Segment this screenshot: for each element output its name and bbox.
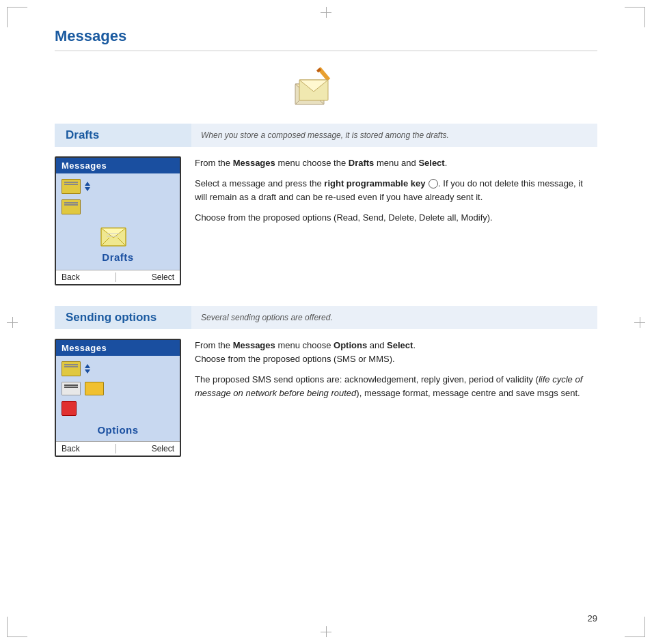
crosshair-top	[321, 7, 331, 18]
drafts-para1: From the Messages menu choose the Drafts…	[195, 156, 597, 170]
drafts-text-content: From the Messages menu choose the Drafts…	[195, 156, 597, 285]
messages-header-icon	[288, 64, 350, 111]
drafts-description: When you store a composed message, it is…	[191, 124, 597, 147]
options-msg-icon-1	[62, 361, 81, 376]
sending-options-title: Sending options	[55, 306, 191, 329]
sending-options-softkey-select: Select	[152, 444, 174, 453]
sending-options-text-content: From the Messages menu choose Options an…	[195, 339, 597, 457]
drafts-para3: Choose from the proposed options (Read, …	[195, 211, 597, 225]
arrow-up	[85, 182, 90, 186]
arrow-down-2	[85, 369, 90, 374]
options-red-icon	[62, 401, 77, 416]
drafts-screen-label: Drafts	[102, 251, 133, 263]
right-prog-key-icon	[429, 179, 438, 188]
options-center-area: Options	[59, 420, 177, 437]
drafts-content: Messages	[55, 156, 597, 285]
corner-mark-br	[625, 617, 645, 637]
page-number: 29	[588, 613, 597, 624]
header-image-area	[41, 64, 597, 111]
crosshair-bottom	[321, 626, 331, 637]
page-title: Messages	[55, 27, 597, 51]
options-icon-row-3	[59, 400, 177, 417]
sending-options-phone-inner: Messages	[55, 339, 181, 457]
options-icon-row-2	[59, 380, 177, 397]
arrow-up-2	[85, 364, 90, 368]
sending-options-phone-titlebar: Messages	[56, 340, 180, 356]
sending-options-description: Several sending options are offered.	[191, 306, 597, 329]
sending-options-para1: From the Messages menu choose Options an…	[195, 339, 597, 366]
sending-options-softkey-bar: Back Select	[56, 441, 180, 456]
drafts-center-area: Drafts	[59, 219, 177, 266]
drafts-section-header: Drafts When you store a composed message…	[55, 124, 597, 147]
drafts-phone-screen: Messages	[55, 156, 181, 285]
drafts-title: Drafts	[55, 124, 191, 147]
drafts-phone-inner: Messages	[55, 156, 181, 285]
crosshair-right	[634, 317, 645, 328]
corner-mark-tr	[625, 7, 645, 27]
corner-mark-tl	[7, 7, 27, 27]
crosshair-left	[7, 317, 18, 328]
corner-mark-bl	[7, 617, 27, 637]
drafts-softkey-bar: Back Select	[56, 270, 180, 284]
options-mms-icon	[85, 382, 104, 395]
drafts-para2: Select a message and press the right pro…	[195, 177, 597, 204]
sending-options-content: Messages	[55, 339, 597, 457]
drafts-phone-titlebar: Messages	[56, 158, 180, 173]
arrow-icon-1	[85, 182, 90, 191]
options-screen-label: Options	[97, 424, 138, 436]
msg-icon-2	[62, 199, 81, 214]
msg-icon-1	[62, 179, 81, 194]
sending-options-para2: The proposed SMS send options are: ackno…	[195, 373, 597, 400]
drafts-softkey-back: Back	[62, 272, 80, 282]
sending-options-phone-screen: Messages	[55, 339, 181, 457]
page: Messages Drafts When you store a compose…	[0, 0, 652, 644]
sending-options-section-header: Sending options Several sending options …	[55, 306, 597, 329]
drafts-envelope-icon	[100, 221, 137, 249]
drafts-softkey-select: Select	[152, 272, 174, 282]
sending-options-softkey-back: Back	[62, 444, 80, 453]
drafts-icon-row-2	[59, 198, 177, 216]
arrow-icon-2	[85, 364, 90, 374]
options-sms-icon	[62, 382, 81, 395]
softkey-divider-1	[116, 272, 116, 282]
drafts-icon-row-1	[59, 178, 177, 195]
arrow-down	[85, 187, 90, 191]
options-icon-row-1	[59, 360, 177, 378]
softkey-divider-2	[116, 444, 116, 453]
